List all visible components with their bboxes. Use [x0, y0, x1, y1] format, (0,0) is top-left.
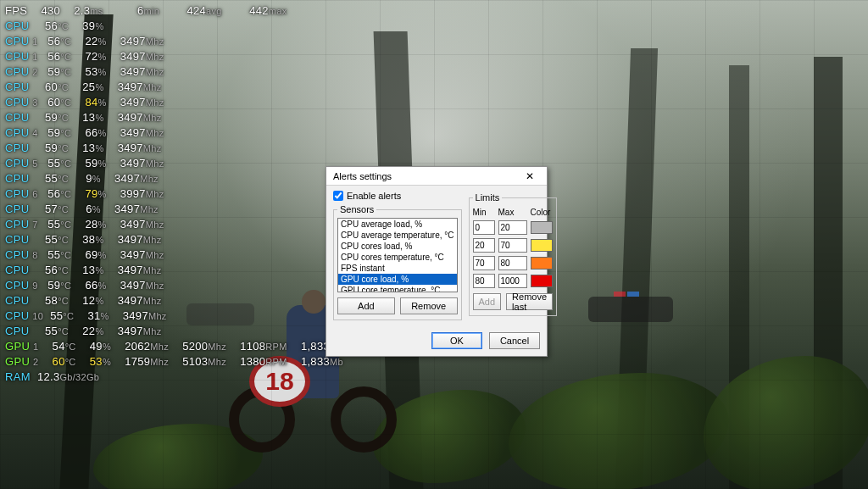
limits-group: Limits Min Max Color Add Remove last [469, 192, 558, 316]
limit-remove-last-button[interactable]: Remove last [506, 293, 553, 310]
alerts-settings-dialog: Alerts settings ✕ Enable alerts Sensors … [326, 166, 548, 357]
sensor-option[interactable]: GPU core temperature, °C [338, 285, 457, 292]
sensor-option[interactable]: CPU average load, % [338, 219, 457, 230]
sensor-option[interactable]: FPS instant [338, 263, 457, 274]
sensor-option[interactable]: GPU core load, % [338, 274, 457, 285]
limit-color-swatch[interactable] [531, 221, 554, 234]
police-car [588, 297, 673, 322]
sensors-group: Sensors CPU average load, %CPU average t… [333, 204, 462, 320]
dialog-title: Alerts settings [333, 171, 392, 181]
limit-min-input[interactable] [473, 274, 495, 288]
limits-legend: Limits [473, 192, 503, 203]
limits-max-header: Max [498, 208, 527, 217]
close-icon[interactable]: ✕ [515, 169, 545, 184]
enable-alerts-checkbox[interactable]: Enable alerts [333, 191, 462, 201]
sensor-option[interactable]: CPU average temperature, °C [338, 230, 457, 241]
sensor-option[interactable]: CPU cores load, % [338, 241, 457, 252]
limits-min-header: Min [473, 208, 495, 217]
limit-min-input[interactable] [473, 256, 495, 270]
limit-max-input[interactable] [498, 274, 527, 288]
dialog-titlebar[interactable]: Alerts settings ✕ [326, 167, 547, 186]
limit-min-input[interactable] [473, 238, 495, 253]
limit-max-input[interactable] [498, 220, 527, 235]
ok-button[interactable]: OK [431, 332, 482, 349]
sensors-legend: Sensors [337, 204, 376, 214]
sensor-option[interactable]: CPU cores temperature, °C [338, 252, 457, 263]
sensor-remove-button[interactable]: Remove [400, 297, 458, 314]
limit-color-swatch[interactable] [531, 275, 554, 287]
limit-color-swatch[interactable] [531, 257, 554, 270]
sensor-add-button[interactable]: Add [337, 297, 395, 314]
limit-max-input[interactable] [498, 238, 527, 253]
limits-color-header: Color [531, 208, 554, 217]
limit-color-swatch[interactable] [531, 239, 554, 252]
enable-alerts-label: Enable alerts [347, 191, 401, 201]
limit-max-input[interactable] [498, 256, 527, 270]
limit-add-button[interactable]: Add [473, 293, 502, 310]
sensors-listbox[interactable]: CPU average load, %CPU average temperatu… [337, 218, 458, 292]
limit-min-input[interactable] [473, 220, 495, 235]
performance-overlay: FPS 430 2.3ms 6min 424avg 442max CPU 56°… [5, 3, 343, 385]
cancel-button[interactable]: Cancel [489, 332, 540, 349]
